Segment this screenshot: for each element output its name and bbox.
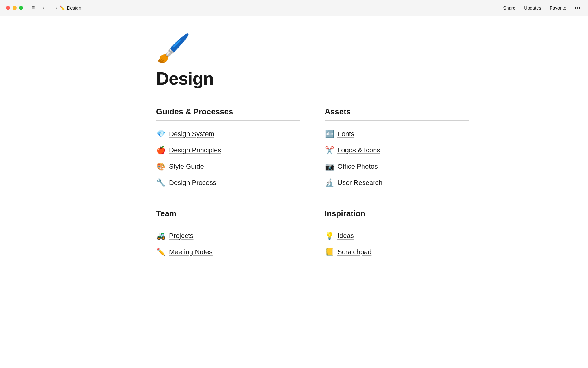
item-label: Office Photos: [337, 163, 378, 171]
item-label: Scratchpad: [337, 248, 371, 256]
section-heading-inspiration: Inspiration: [325, 209, 469, 218]
item-icon: 🍎: [156, 146, 166, 155]
item-label: Design Principles: [169, 146, 221, 154]
section-items-assets: 🔤Fonts✂️Logos & Icons📷Office Photos🔬User…: [325, 127, 469, 190]
titlebar-page-name: Design: [67, 5, 81, 10]
list-item[interactable]: 💎Design System: [156, 127, 300, 142]
section-items-guides: 💎Design System🍎Design Principles🎨Style G…: [156, 127, 300, 190]
item-icon: 🔧: [156, 178, 166, 187]
item-label: User Research: [337, 179, 383, 187]
section-guides: Guides & Processes💎Design System🍎Design …: [156, 107, 300, 190]
item-icon: 🔬: [325, 178, 334, 187]
list-item[interactable]: 🎨Style Guide: [156, 159, 300, 174]
updates-button[interactable]: Updates: [524, 5, 541, 10]
item-icon: 🔤: [325, 130, 334, 138]
list-item[interactable]: ✏️Meeting Notes: [156, 245, 300, 260]
item-icon: 📷: [325, 162, 334, 171]
main-content: 🖌️ Design Guides & Processes💎Design Syst…: [95, 16, 493, 284]
item-label: Meeting Notes: [169, 248, 213, 256]
item-icon: ✂️: [325, 146, 334, 155]
titlebar: ≡ ← → ✏️ Design Share Updates Favorite •…: [0, 0, 588, 16]
item-label: Design Process: [169, 179, 216, 187]
hamburger-button[interactable]: ≡: [29, 3, 37, 12]
section-heading-guides: Guides & Processes: [156, 107, 300, 117]
section-divider-inspiration: [325, 222, 469, 222]
close-button[interactable]: [6, 6, 10, 10]
item-icon: 💎: [156, 130, 166, 138]
item-label: Design System: [169, 130, 214, 138]
forward-button[interactable]: →: [52, 4, 59, 12]
list-item[interactable]: 🔤Fonts: [325, 127, 469, 142]
list-item[interactable]: 📒Scratchpad: [325, 245, 469, 260]
section-team: Team🚜Projects✏️Meeting Notes: [156, 209, 300, 260]
list-item[interactable]: 🔬User Research: [325, 175, 469, 190]
list-item[interactable]: 🔧Design Process: [156, 175, 300, 190]
share-button[interactable]: Share: [503, 5, 515, 10]
section-items-inspiration: 💡Ideas📒Scratchpad: [325, 228, 469, 260]
back-button[interactable]: ←: [41, 4, 48, 12]
titlebar-page-icon: ✏️: [59, 5, 65, 11]
item-label: Logos & Icons: [337, 146, 380, 154]
section-divider-guides: [156, 120, 300, 121]
titlebar-actions: Share Updates Favorite •••: [503, 5, 581, 10]
item-icon: 💡: [325, 232, 334, 240]
item-icon: 📒: [325, 248, 334, 256]
section-inspiration: Inspiration💡Ideas📒Scratchpad: [325, 209, 469, 260]
page-icon: 🖌️: [156, 34, 469, 62]
section-divider-team: [156, 222, 300, 222]
list-item[interactable]: ✂️Logos & Icons: [325, 143, 469, 158]
section-heading-assets: Assets: [325, 107, 469, 117]
section-divider-assets: [325, 120, 469, 121]
item-label: Ideas: [337, 232, 354, 240]
item-label: Fonts: [337, 130, 354, 138]
minimize-button[interactable]: [13, 6, 17, 10]
list-item[interactable]: 📷Office Photos: [325, 159, 469, 174]
section-heading-team: Team: [156, 209, 300, 218]
item-label: Style Guide: [169, 163, 204, 171]
list-item[interactable]: 🍎Design Principles: [156, 143, 300, 158]
titlebar-nav: ≡ ← →: [29, 3, 59, 12]
item-label: Projects: [169, 232, 193, 240]
section-items-team: 🚜Projects✏️Meeting Notes: [156, 228, 300, 260]
item-icon: 🚜: [156, 232, 166, 240]
more-button[interactable]: •••: [575, 5, 581, 10]
section-assets: Assets🔤Fonts✂️Logos & Icons📷Office Photo…: [325, 107, 469, 190]
list-item[interactable]: 💡Ideas: [325, 228, 469, 243]
list-item[interactable]: 🚜Projects: [156, 228, 300, 243]
traffic-lights: [6, 6, 23, 10]
favorite-button[interactable]: Favorite: [550, 5, 566, 10]
item-icon: ✏️: [156, 248, 166, 256]
page-title: Design: [156, 68, 469, 89]
titlebar-title: ✏️ Design: [59, 5, 81, 11]
maximize-button[interactable]: [19, 6, 23, 10]
sections-grid: Guides & Processes💎Design System🍎Design …: [156, 107, 469, 260]
item-icon: 🎨: [156, 162, 166, 171]
